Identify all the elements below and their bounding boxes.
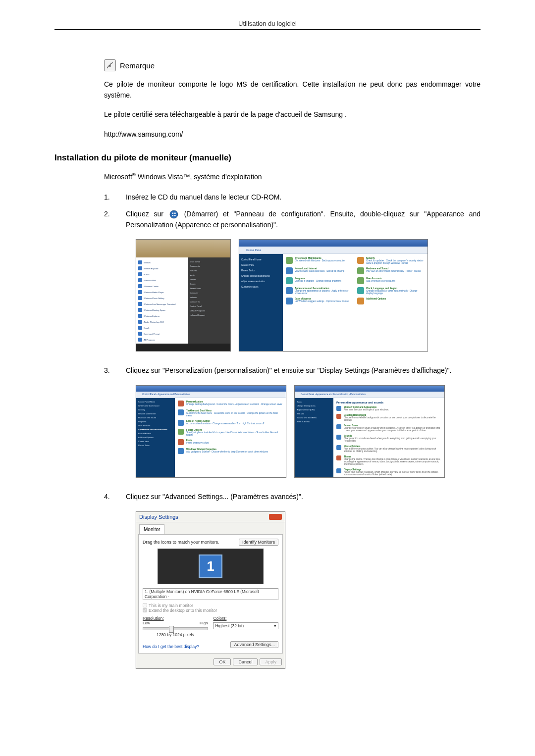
ap-group[interactable]: Folder OptionsSpecify single- or double-… bbox=[178, 429, 283, 436]
start-menu-item[interactable]: Windows Explorer bbox=[138, 313, 186, 319]
start-menu-item[interactable]: Snaglt bbox=[138, 325, 186, 331]
start-menu-link[interactable]: Default Programs bbox=[190, 308, 228, 313]
ap-side-link[interactable]: Appearance and Personalization bbox=[138, 428, 173, 432]
start-menu-link[interactable]: Help and Support bbox=[190, 313, 228, 317]
monitor-selector[interactable]: 1. (Multiple Monitors) on NVIDIA GeForce… bbox=[143, 588, 278, 600]
start-menu-item[interactable]: Internet Explorer bbox=[138, 265, 186, 271]
start-menu-item[interactable]: Windows Media Player bbox=[138, 289, 186, 295]
start-menu-link[interactable]: Recent Items bbox=[190, 286, 228, 291]
pers-item[interactable]: Window Color and AppearanceFine tune the… bbox=[336, 406, 441, 411]
close-icon[interactable] bbox=[269, 514, 282, 520]
cp-side-link[interactable]: Recent Tasks bbox=[241, 268, 281, 273]
ap-group[interactable]: Taskbar and Start MenuCustomize the Star… bbox=[178, 409, 283, 417]
pers-item[interactable]: ThemeChange the theme. Themes can change… bbox=[336, 455, 441, 465]
cp-side-link[interactable]: Control Panel Home bbox=[241, 257, 281, 262]
pers-item[interactable]: Display SettingsAdjust your monitor reso… bbox=[336, 468, 441, 476]
ap-group[interactable]: Windows Sidebar PropertiesAdd gadgets to… bbox=[178, 448, 283, 454]
ap-side-link[interactable]: Programs bbox=[138, 420, 173, 424]
start-menu-link[interactable]: Connect To bbox=[190, 300, 228, 304]
screenshot-appearance-panel: Control Panel › Appearance and Personali… bbox=[136, 385, 286, 478]
pers-side-link[interactable]: Adjust font size (DPI) bbox=[297, 408, 331, 412]
start-menu-link[interactable]: Pictures bbox=[190, 268, 228, 273]
screenshot-row-1: InternetInternet ExplorerE-mailWindows M… bbox=[136, 239, 481, 352]
cp-side-link[interactable]: Classic View bbox=[241, 262, 281, 268]
app-icon bbox=[138, 260, 142, 264]
category-icon bbox=[286, 287, 293, 294]
ap-side-link[interactable]: System and Maintenance bbox=[138, 404, 173, 408]
pers-item[interactable]: Mouse PointersPick a different mouse poi… bbox=[336, 445, 441, 453]
start-menu-link[interactable]: Search bbox=[190, 282, 228, 286]
start-menu-item[interactable]: Windows Mail bbox=[138, 277, 186, 283]
start-menu-link[interactable]: Computer bbox=[190, 291, 228, 295]
pers-side-link[interactable]: Change desktop icons bbox=[297, 404, 331, 408]
cp-category[interactable]: Additional Options bbox=[357, 298, 425, 304]
windows-start-orb-icon bbox=[169, 210, 178, 219]
cp-category[interactable]: System and MaintenanceGet started with W… bbox=[286, 257, 353, 264]
identify-monitors-button[interactable]: Identify Monitors bbox=[239, 539, 278, 546]
pers-side-link[interactable]: Ease of Access bbox=[297, 420, 331, 424]
start-menu-item[interactable]: Command Prompt bbox=[138, 331, 186, 337]
advanced-settings-button[interactable]: Advanced Settings... bbox=[230, 641, 278, 648]
pers-item[interactable]: SoundsChange which sounds are heard when… bbox=[336, 435, 441, 442]
cp-side-link[interactable]: Change desktop background bbox=[241, 273, 281, 279]
pers-side-link[interactable]: See also bbox=[297, 412, 331, 416]
ap-side-link[interactable]: Recent Tasks bbox=[138, 444, 173, 448]
monitor-preview[interactable]: 1 bbox=[158, 549, 264, 584]
category-icon bbox=[357, 298, 364, 304]
start-menu-link[interactable]: Games bbox=[190, 277, 228, 282]
cp-category[interactable]: Ease of AccessLet Windows suggest settin… bbox=[286, 298, 353, 304]
cp-category[interactable]: Clock, Language, and RegionChange keyboa… bbox=[357, 287, 425, 295]
cancel-button[interactable]: Cancel bbox=[233, 658, 258, 665]
ap-side-link[interactable]: Control Panel Home bbox=[138, 400, 173, 404]
cp-side-link[interactable]: Adjust screen resolution bbox=[241, 279, 281, 284]
pers-side-link[interactable]: Tasks bbox=[297, 400, 331, 404]
app-icon bbox=[138, 302, 142, 306]
cp-category[interactable]: SecurityCheck for updates · Check this c… bbox=[357, 257, 425, 264]
start-menu-link[interactable]: Control Panel bbox=[190, 304, 228, 308]
start-menu-item[interactable]: Windows Photo Gallery bbox=[138, 295, 186, 301]
ap-side-link[interactable]: User Accounts bbox=[138, 424, 173, 428]
monitor-1[interactable]: 1 bbox=[199, 554, 222, 578]
svg-point-0 bbox=[170, 210, 178, 218]
start-menu-item[interactable]: E-mail bbox=[138, 271, 186, 277]
start-menu-item[interactable]: Windows Live Messenger Download bbox=[138, 301, 186, 307]
monitor-tab[interactable]: Monitor bbox=[139, 524, 164, 534]
ap-group[interactable]: PersonalizationChange desktop background… bbox=[178, 401, 283, 406]
resolution-slider[interactable] bbox=[143, 627, 208, 630]
start-menu-item[interactable]: Adobe Photoshop CS2 bbox=[138, 319, 186, 325]
ap-side-link[interactable]: Security bbox=[138, 408, 173, 412]
start-menu-item[interactable]: Welcome Center bbox=[138, 283, 186, 289]
pers-item[interactable]: Screen SaverChange your screen saver or … bbox=[336, 424, 441, 432]
pers-item[interactable]: Desktop BackgroundChoose from available … bbox=[336, 414, 441, 421]
start-menu-link[interactable]: Documents bbox=[190, 264, 228, 268]
screenshot-display-settings: Display Settings Monitor Drag the icons … bbox=[136, 511, 285, 669]
cp-category[interactable]: ProgramsUninstall a program · Change sta… bbox=[286, 277, 353, 284]
cp-category[interactable]: User AccountsAdd or remove user accounts bbox=[357, 277, 425, 284]
cp-category[interactable]: Hardware and SoundPlay CDs or other medi… bbox=[357, 267, 425, 274]
apply-button: Apply bbox=[260, 658, 282, 665]
ap-side-link[interactable]: Additional Options bbox=[138, 436, 173, 440]
start-menu-link[interactable]: Network bbox=[190, 295, 228, 300]
colors-select[interactable]: Highest (32 bit)▾ bbox=[213, 622, 278, 629]
pers-side-link[interactable]: Taskbar and Start Menu bbox=[297, 416, 331, 420]
start-menu-item[interactable]: Internet bbox=[138, 259, 186, 265]
start-menu-item[interactable]: All Programs bbox=[138, 337, 186, 343]
res-high: High bbox=[200, 621, 208, 625]
step-num: 1. bbox=[104, 192, 114, 203]
start-menu-link[interactable]: Music bbox=[190, 273, 228, 277]
ap-side-link[interactable]: Hardware and Sound bbox=[138, 416, 173, 420]
cp-category[interactable]: Network and InternetView network status … bbox=[286, 267, 353, 274]
start-menu-item[interactable]: Windows Meeting Space bbox=[138, 307, 186, 313]
start-menu-link[interactable]: (user name) bbox=[190, 259, 228, 264]
ap-group[interactable]: Ease of Access CenterAccommodate low vis… bbox=[178, 420, 283, 426]
colors-label: Colors: bbox=[213, 616, 226, 621]
best-display-link[interactable]: How do I get the best display? bbox=[143, 644, 199, 649]
ok-button[interactable]: OK bbox=[214, 658, 231, 665]
ap-side-link[interactable]: Ease of Access bbox=[138, 432, 173, 436]
app-icon bbox=[138, 278, 142, 282]
cp-category[interactable]: Appearance and PersonalizationChange the… bbox=[286, 287, 353, 295]
ap-side-link[interactable]: Network and Internet bbox=[138, 412, 173, 416]
cp-side-link[interactable]: Customize colors bbox=[241, 284, 281, 290]
ap-side-link[interactable]: Classic View bbox=[138, 440, 173, 444]
ap-group[interactable]: FontsInstall or remove a font bbox=[178, 439, 283, 445]
